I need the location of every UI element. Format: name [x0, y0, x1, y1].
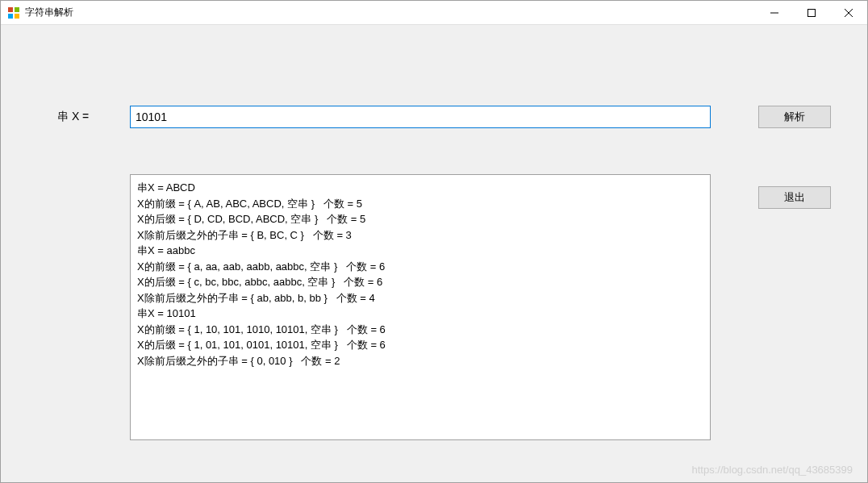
watermark-text: https://blog.csdn.net/qq_43685399 — [692, 464, 853, 476]
svg-rect-2 — [8, 14, 13, 19]
minimize-icon — [770, 9, 778, 17]
close-icon — [845, 9, 853, 17]
label-x: 串 X = — [49, 110, 130, 124]
window-title: 字符串解析 — [25, 6, 73, 19]
svg-rect-0 — [8, 7, 13, 12]
input-row: 串 X = — [49, 106, 835, 128]
app-window: 字符串解析 串 X = 解析 退出 串X = ABCD X的前缀 = { A, … — [0, 0, 868, 483]
titlebar-left: 字符串解析 — [7, 6, 73, 19]
maximize-button[interactable] — [793, 1, 830, 24]
titlebar: 字符串解析 — [1, 1, 867, 25]
app-icon — [7, 6, 20, 19]
svg-rect-5 — [808, 9, 816, 16]
output-textbox[interactable]: 串X = ABCD X的前缀 = { A, AB, ABC, ABCD, 空串 … — [130, 174, 711, 440]
svg-rect-3 — [15, 14, 19, 19]
svg-rect-1 — [15, 7, 19, 12]
exit-button[interactable]: 退出 — [758, 186, 831, 209]
input-x[interactable] — [130, 106, 711, 128]
maximize-icon — [807, 9, 816, 17]
window-controls — [756, 1, 867, 24]
minimize-button[interactable] — [756, 1, 793, 24]
close-button[interactable] — [830, 1, 867, 24]
parse-button[interactable]: 解析 — [758, 106, 831, 128]
client-area: 串 X = 解析 退出 串X = ABCD X的前缀 = { A, AB, AB… — [1, 25, 867, 482]
